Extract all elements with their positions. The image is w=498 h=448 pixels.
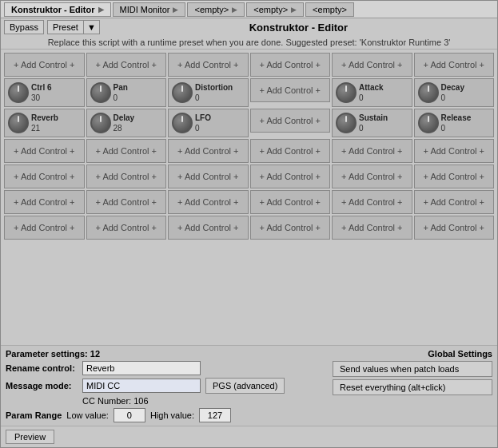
add-control-5-5[interactable]: + Add Control + bbox=[332, 165, 412, 188]
knob-reverb[interactable] bbox=[8, 113, 29, 133]
knob-cell-distortion[interactable]: Distortion 0 bbox=[168, 78, 249, 107]
knob-info-ctrl6: Ctrl 6 30 bbox=[31, 82, 52, 103]
knob-name-release: Release bbox=[441, 113, 472, 123]
preset-label: Preset bbox=[47, 20, 83, 34]
knob-ctrl6[interactable] bbox=[8, 82, 29, 103]
knob-cell-reverb[interactable]: Reverb 21 bbox=[4, 109, 85, 137]
preview-button[interactable]: Preview bbox=[6, 430, 54, 444]
rename-row: Rename control: bbox=[6, 361, 328, 375]
knob-lfo[interactable] bbox=[172, 113, 193, 133]
bypass-button[interactable]: Bypass bbox=[4, 20, 44, 34]
control-row-5: + Add Control + + Add Control + + Add Co… bbox=[4, 165, 494, 188]
knob-name-delay: Delay bbox=[114, 113, 135, 123]
add-control-6-6[interactable]: + Add Control + bbox=[414, 190, 495, 214]
tab-label: MIDI Monitor bbox=[120, 5, 170, 14]
add-control-1-1[interactable]: + Add Control + bbox=[4, 53, 85, 77]
low-value-input[interactable] bbox=[114, 408, 145, 422]
knob-name-ctrl6: Ctrl 6 bbox=[31, 82, 52, 93]
add-control-6-1[interactable]: + Add Control + bbox=[4, 190, 85, 214]
knob-pan[interactable] bbox=[90, 82, 111, 103]
tab-konstruktor-editor[interactable]: Konstruktor - Editor ▶ bbox=[4, 2, 111, 17]
knob-value-reverb: 21 bbox=[31, 123, 58, 133]
knob-name-distortion: Distortion bbox=[195, 82, 233, 93]
knob-row-1: Ctrl 6 30 Pan 0 Distortion 0 + Add Contr… bbox=[4, 78, 494, 107]
knob-info-attack: Attack 0 bbox=[359, 82, 384, 103]
tab-empty-3[interactable]: <empty> bbox=[305, 2, 354, 17]
add-control-7-1[interactable]: + Add Control + bbox=[4, 216, 85, 240]
knob-value-attack: 0 bbox=[359, 93, 384, 103]
knob-value-lfo: 0 bbox=[195, 123, 211, 133]
add-control-4-6[interactable]: + Add Control + bbox=[414, 139, 495, 163]
knob-sustain[interactable] bbox=[336, 113, 357, 133]
knob-cell-delay[interactable]: Delay 28 bbox=[86, 109, 167, 137]
add-control-1-2[interactable]: + Add Control + bbox=[86, 53, 167, 77]
add-control-5-3[interactable]: + Add Control + bbox=[168, 165, 249, 188]
add-control-7-4[interactable]: + Add Control + bbox=[250, 216, 331, 240]
add-control-4-2[interactable]: + Add Control + bbox=[86, 139, 167, 163]
knob-name-decay: Decay bbox=[441, 82, 464, 93]
add-control-5-2[interactable]: + Add Control + bbox=[86, 165, 167, 188]
knob-cell-pan[interactable]: Pan 0 bbox=[86, 78, 167, 107]
section-headers: Parameter settings: 12 Global Settings bbox=[6, 349, 492, 359]
add-control-4-3[interactable]: + Add Control + bbox=[168, 139, 249, 163]
cc-number-label: CC Number: 106 bbox=[82, 396, 154, 406]
knob-value-decay: 0 bbox=[441, 93, 464, 103]
add-control-1-6[interactable]: + Add Control + bbox=[414, 53, 495, 77]
tab-label: <empty> bbox=[253, 5, 288, 14]
add-control-1-4[interactable]: + Add Control + bbox=[250, 53, 331, 77]
add-control-6-2[interactable]: + Add Control + bbox=[86, 190, 167, 214]
tab-midi-monitor[interactable]: MIDI Monitor ▶ bbox=[113, 2, 186, 17]
knob-cell-release[interactable]: Release 0 bbox=[414, 109, 495, 137]
preset-dropdown[interactable]: ▼ bbox=[83, 20, 100, 34]
knob-info-release: Release 0 bbox=[441, 113, 472, 133]
knob-info-lfo: LFO 0 bbox=[195, 113, 211, 133]
add-control-4-5[interactable]: + Add Control + bbox=[332, 139, 412, 163]
send-values-button[interactable]: Send values when patch loads bbox=[333, 361, 492, 377]
knob-value-delay: 28 bbox=[114, 123, 135, 133]
high-label: High value: bbox=[150, 410, 194, 420]
add-control-5-6[interactable]: + Add Control + bbox=[414, 165, 495, 188]
knob-cell-sustain[interactable]: Sustain 0 bbox=[332, 109, 412, 137]
add-control-6-3[interactable]: + Add Control + bbox=[168, 190, 249, 214]
add-control-7-6[interactable]: + Add Control + bbox=[414, 216, 495, 240]
add-control-2-4[interactable]: + Add Control + bbox=[250, 78, 331, 102]
add-control-6-5[interactable]: + Add Control + bbox=[332, 190, 412, 214]
tab-empty-1[interactable]: <empty> ▶ bbox=[187, 2, 245, 17]
add-control-4-1[interactable]: + Add Control + bbox=[4, 139, 85, 163]
low-label: Low value: bbox=[66, 410, 109, 420]
add-control-5-4[interactable]: + Add Control + bbox=[250, 165, 331, 188]
knob-cell-lfo[interactable]: LFO 0 bbox=[168, 109, 249, 137]
knob-value-pan: 0 bbox=[114, 93, 128, 103]
preset-row: Preset ▼ bbox=[47, 20, 100, 34]
add-control-7-5[interactable]: + Add Control + bbox=[332, 216, 412, 240]
knob-attack[interactable] bbox=[336, 82, 357, 103]
cc-row: CC Number: 106 bbox=[6, 396, 328, 406]
knob-distortion[interactable] bbox=[172, 82, 193, 103]
knob-release[interactable] bbox=[418, 113, 439, 133]
knob-info-decay: Decay 0 bbox=[441, 82, 464, 103]
knob-name-attack: Attack bbox=[359, 82, 384, 93]
tab-empty-2[interactable]: <empty> ▶ bbox=[246, 2, 304, 17]
add-control-5-1[interactable]: + Add Control + bbox=[4, 165, 85, 188]
knob-delay[interactable] bbox=[90, 113, 111, 133]
knob-cell-decay[interactable]: Decay 0 bbox=[414, 78, 495, 107]
add-control-7-2[interactable]: + Add Control + bbox=[86, 216, 167, 240]
add-control-1-5[interactable]: + Add Control + bbox=[332, 53, 412, 77]
add-control-6-4[interactable]: + Add Control + bbox=[250, 190, 331, 214]
param-settings-header: Parameter settings: 12 bbox=[6, 349, 100, 359]
main-area: + Add Control + + Add Control + + Add Co… bbox=[1, 50, 497, 345]
knob-cell-attack[interactable]: Attack 0 bbox=[332, 78, 412, 107]
pgs-button[interactable]: PGS (advanced) bbox=[205, 378, 285, 394]
knob-cell-ctrl6[interactable]: Ctrl 6 30 bbox=[4, 78, 85, 107]
knob-info-sustain: Sustain 0 bbox=[359, 113, 388, 133]
add-control-7-3[interactable]: + Add Control + bbox=[168, 216, 249, 240]
midi-cc-input[interactable] bbox=[82, 379, 201, 393]
high-value-input[interactable] bbox=[199, 408, 231, 422]
add-control-4-4[interactable]: + Add Control + bbox=[250, 139, 331, 163]
tab-label: <empty> bbox=[194, 5, 229, 14]
add-control-1-3[interactable]: + Add Control + bbox=[168, 53, 249, 77]
rename-input[interactable] bbox=[82, 361, 201, 375]
reset-button[interactable]: Reset everything (alt+click) bbox=[333, 379, 492, 395]
knob-decay[interactable] bbox=[418, 82, 439, 103]
add-control-3-4[interactable]: + Add Control + bbox=[250, 109, 331, 133]
